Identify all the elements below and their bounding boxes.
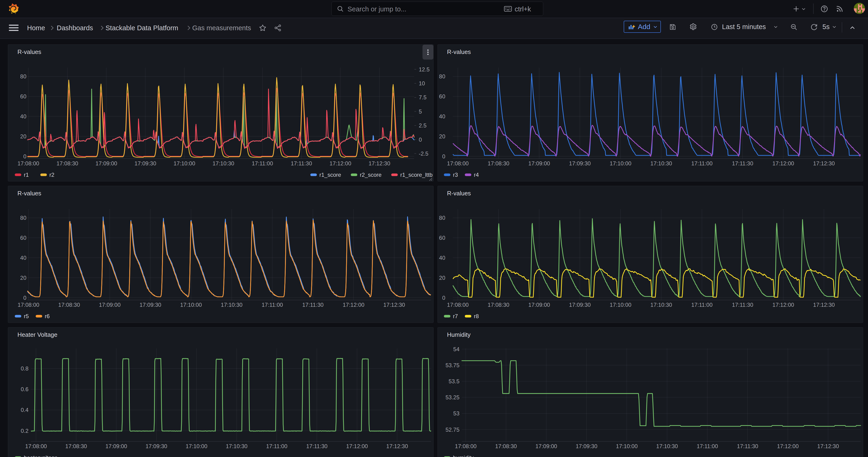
svg-text:17:08:00: 17:08:00 [455,443,476,449]
svg-text:0: 0 [23,153,26,159]
svg-text:17:08:00: 17:08:00 [18,160,39,166]
svg-text:17:09:30: 17:09:30 [140,302,161,308]
svg-text:Heater Voltage: Heater Voltage [18,331,57,338]
svg-text:17:08:30: 17:08:30 [488,160,509,166]
svg-text:54: 54 [453,346,459,352]
svg-text:R-values: R-values [447,49,471,55]
svg-text:r1: r1 [24,172,29,178]
svg-text:53.5: 53.5 [448,378,459,385]
svg-text:17:11:00: 17:11:00 [261,302,283,308]
svg-text:17:10:00: 17:10:00 [610,302,631,308]
svg-text:17:11:30: 17:11:30 [306,443,328,449]
svg-text:heatervoltage: heatervoltage [24,454,57,457]
svg-text:17:10:00: 17:10:00 [186,443,207,449]
svg-text:17:09:00: 17:09:00 [528,302,550,308]
svg-text:0: 0 [442,295,445,301]
svg-text:r8: r8 [474,313,478,319]
svg-text:17:12:00: 17:12:00 [772,302,794,308]
svg-text:17:09:30: 17:09:30 [569,160,590,166]
svg-text:20: 20 [439,275,445,281]
svg-text:17:10:00: 17:10:00 [174,160,195,166]
svg-text:17:12:30: 17:12:30 [813,302,835,308]
svg-text:7.5: 7.5 [418,94,426,100]
svg-text:humidity: humidity [453,454,473,457]
svg-text:53.75: 53.75 [445,362,459,368]
svg-text:17:08:30: 17:08:30 [56,160,78,166]
svg-text:60: 60 [439,235,445,241]
svg-text:53: 53 [453,410,459,417]
svg-text:R-values: R-values [18,49,41,55]
svg-text:Humidity: Humidity [447,331,470,338]
svg-text:17:10:00: 17:10:00 [610,160,631,166]
svg-text:20: 20 [439,133,445,140]
svg-text:17:09:30: 17:09:30 [145,443,167,449]
svg-text:17:09:00: 17:09:00 [99,302,120,308]
svg-text:0: 0 [442,153,445,159]
svg-text:17:09:30: 17:09:30 [134,160,156,166]
svg-text:10: 10 [418,80,425,87]
svg-text:r2_score: r2_score [360,172,381,178]
svg-text:17:12:30: 17:12:30 [386,443,408,449]
svg-text:17:09:00: 17:09:00 [535,443,557,449]
svg-text:17:11:30: 17:11:30 [302,302,323,308]
svg-text:17:12:30: 17:12:30 [813,160,835,166]
svg-text:R-values: R-values [447,190,471,197]
svg-text:17:12:30: 17:12:30 [817,443,839,449]
svg-text:17:11:30: 17:11:30 [737,443,758,449]
svg-text:0.4: 0.4 [21,407,28,413]
svg-text:60: 60 [439,93,445,99]
svg-text:17:10:30: 17:10:30 [226,443,247,449]
svg-text:17:11:30: 17:11:30 [732,160,753,166]
svg-text:17:11:30: 17:11:30 [290,160,312,166]
svg-text:17:08:00: 17:08:00 [447,160,468,166]
svg-text:80: 80 [20,73,26,80]
svg-text:2.5: 2.5 [418,122,426,129]
svg-text:17:09:00: 17:09:00 [528,160,550,166]
svg-text:17:10:00: 17:10:00 [616,443,638,449]
svg-text:17:11:00: 17:11:00 [691,160,712,166]
svg-text:0.8: 0.8 [21,365,28,372]
svg-text:52.75: 52.75 [445,427,459,433]
svg-text:r7: r7 [453,313,458,319]
svg-text:17:12:00: 17:12:00 [777,443,799,449]
svg-text:5: 5 [418,109,422,115]
svg-text:53.25: 53.25 [445,394,459,400]
svg-text:60: 60 [20,235,26,241]
svg-text:r1_score_lttb: r1_score_lttb [400,172,433,178]
svg-text:17:12:30: 17:12:30 [368,160,390,166]
svg-text:60: 60 [20,93,26,99]
svg-text:r2: r2 [49,172,54,178]
svg-text:17:11:00: 17:11:00 [266,443,287,449]
svg-text:17:11:30: 17:11:30 [732,302,753,308]
svg-text:17:12:00: 17:12:00 [772,160,794,166]
svg-text:80: 80 [20,215,26,221]
svg-text:20: 20 [20,133,26,140]
svg-text:r5: r5 [24,313,29,319]
svg-text:17:10:30: 17:10:30 [650,302,672,308]
svg-text:20: 20 [20,275,26,281]
svg-text:17:11:00: 17:11:00 [696,443,718,449]
svg-text:17:09:00: 17:09:00 [95,160,117,166]
svg-text:17:08:30: 17:08:30 [495,443,517,449]
svg-text:40: 40 [439,255,445,261]
svg-text:17:08:00: 17:08:00 [18,302,39,308]
svg-text:17:09:30: 17:09:30 [576,443,597,449]
svg-text:-2.5: -2.5 [418,150,428,157]
svg-text:17:08:00: 17:08:00 [447,302,468,308]
svg-text:17:10:30: 17:10:30 [213,160,234,166]
svg-text:17:08:30: 17:08:30 [58,302,80,308]
svg-text:0.6: 0.6 [21,386,28,392]
svg-text:17:12:00: 17:12:00 [330,160,351,166]
svg-text:0: 0 [23,295,26,301]
svg-text:0: 0 [418,136,422,143]
svg-text:17:12:00: 17:12:00 [346,443,368,449]
svg-text:17:10:30: 17:10:30 [650,160,672,166]
svg-text:17:10:30: 17:10:30 [656,443,678,449]
svg-text:r6: r6 [44,313,50,319]
svg-text:r1_score: r1_score [319,172,341,178]
svg-text:r4: r4 [474,172,478,178]
svg-text:17:10:30: 17:10:30 [221,302,242,308]
svg-text:40: 40 [439,113,445,120]
svg-text:R-values: R-values [18,190,41,197]
svg-text:17:09:30: 17:09:30 [569,302,590,308]
